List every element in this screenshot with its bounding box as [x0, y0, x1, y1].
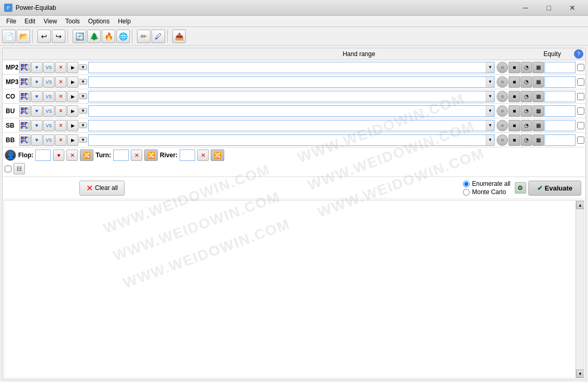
toolbar-tree[interactable]: 🌲: [87, 30, 101, 43]
help-button[interactable]: ?: [574, 49, 583, 59]
range-dropdown-sb[interactable]: ▼: [486, 120, 494, 131]
eq-bar-bb[interactable]: ▦: [532, 134, 544, 146]
settings-btn[interactable]: ⚙: [515, 182, 526, 194]
eq-circle-sb[interactable]: ○: [497, 120, 508, 131]
eq-circle-mp2[interactable]: ○: [497, 62, 508, 73]
filter-checkbox[interactable]: [5, 166, 11, 172]
arrow-btn-sb[interactable]: ▶: [67, 120, 78, 131]
eq-circle-bu[interactable]: ○: [497, 105, 508, 117]
eq-bar-sb[interactable]: ▦: [532, 120, 544, 131]
vs-btn-mp3[interactable]: VS: [43, 76, 54, 88]
toolbar-undo[interactable]: ↩: [37, 30, 51, 43]
flop-card-1[interactable]: [35, 149, 51, 161]
dropdown-mp3[interactable]: ▼: [79, 79, 87, 85]
suit-btn-bu[interactable]: ♥: [31, 105, 43, 117]
river-icon-btn[interactable]: 🔀: [211, 149, 224, 161]
dropdown-mp2[interactable]: ▼: [79, 64, 87, 70]
equity-value-bu[interactable]: [544, 105, 576, 117]
arrow-btn-co[interactable]: ▶: [67, 91, 78, 102]
toolbar-export[interactable]: 📤: [172, 30, 186, 43]
toolbar-redo[interactable]: ↪: [52, 30, 65, 43]
eq-circle-mp3[interactable]: ○: [497, 76, 508, 88]
turn-icon-btn[interactable]: 🔀: [144, 149, 158, 161]
filter-btn[interactable]: ⊟: [13, 163, 25, 174]
range-input-bb[interactable]: [89, 137, 486, 143]
scroll-up-arrow[interactable]: ▲: [576, 201, 584, 209]
clear-btn-sb[interactable]: ✕: [55, 120, 66, 131]
vs-btn-bb[interactable]: VS: [43, 134, 54, 146]
flop-heart-btn[interactable]: ♥: [53, 149, 64, 161]
range-grid-sb[interactable]: [19, 120, 31, 131]
range-input-co[interactable]: [89, 93, 486, 100]
clear-btn-mp2[interactable]: ✕: [55, 62, 66, 73]
minimize-button[interactable]: ─: [514, 0, 537, 16]
dropdown-bu[interactable]: ▼: [79, 108, 87, 114]
maximize-button[interactable]: □: [537, 0, 560, 16]
close-button[interactable]: ✕: [560, 0, 584, 16]
clear-btn-bb[interactable]: ✕: [55, 134, 66, 146]
menu-view[interactable]: View: [39, 17, 61, 26]
arrow-btn-mp2[interactable]: ▶: [67, 62, 78, 73]
dropdown-sb[interactable]: ▼: [79, 122, 87, 128]
vs-btn-bu[interactable]: VS: [43, 105, 54, 117]
toolbar-pencil[interactable]: ✏: [137, 30, 151, 43]
eq-circle-bb[interactable]: ○: [497, 134, 508, 146]
range-dropdown-mp3[interactable]: ▼: [486, 77, 494, 87]
eq-pie-bu[interactable]: ◔: [521, 105, 532, 117]
monte-carlo-option[interactable]: Monte Carlo: [463, 188, 510, 196]
turn-clear-btn[interactable]: ✕: [131, 149, 142, 161]
eq-pie-sb[interactable]: ◔: [521, 120, 532, 131]
clear-btn-bu[interactable]: ✕: [55, 105, 66, 117]
range-dropdown-bb[interactable]: ▼: [486, 135, 494, 145]
turn-card[interactable]: [113, 149, 129, 161]
flop-clear-btn[interactable]: ✕: [66, 149, 78, 161]
range-dropdown-mp2[interactable]: ▼: [486, 62, 494, 73]
hero-icon[interactable]: 👤: [5, 149, 16, 161]
arrow-btn-mp3[interactable]: ▶: [67, 76, 78, 88]
eq-pie-mp2[interactable]: ◔: [521, 62, 532, 73]
menu-edit[interactable]: Edit: [20, 17, 39, 26]
scroll-down-arrow[interactable]: ▼: [576, 370, 584, 378]
toolbar-new[interactable]: 📄: [2, 30, 16, 43]
range-grid-bu[interactable]: [19, 105, 31, 117]
equity-value-mp2[interactable]: [544, 62, 576, 73]
equity-value-bb[interactable]: [544, 134, 576, 146]
range-input-bu[interactable]: [89, 108, 486, 114]
menu-help[interactable]: Help: [114, 17, 135, 26]
eq-square-co[interactable]: ■: [509, 91, 520, 102]
range-input-sb[interactable]: [89, 122, 486, 129]
river-card[interactable]: [180, 149, 195, 161]
range-dropdown-bu[interactable]: ▼: [486, 106, 494, 116]
range-input-mp2[interactable]: [89, 64, 486, 71]
river-clear-btn[interactable]: ✕: [197, 149, 209, 161]
equity-check-bu[interactable]: [577, 107, 584, 115]
eq-square-mp2[interactable]: ■: [509, 62, 520, 73]
eq-bar-mp2[interactable]: ▦: [532, 62, 544, 73]
range-input-mp3[interactable]: [89, 79, 486, 85]
evaluate-button[interactable]: ✔ Evaluate: [528, 181, 581, 196]
dropdown-co[interactable]: ▼: [79, 93, 87, 99]
suit-btn-bb[interactable]: ♥: [31, 134, 43, 146]
eq-pie-bb[interactable]: ◔: [521, 134, 532, 146]
eq-square-bb[interactable]: ■: [509, 134, 520, 146]
enumerate-all-option[interactable]: Enumerate all: [463, 180, 510, 187]
enumerate-all-radio[interactable]: [463, 181, 470, 187]
dropdown-bb[interactable]: ▼: [79, 137, 87, 143]
toolbar-refresh[interactable]: 🔄: [73, 30, 86, 43]
suit-btn-mp2[interactable]: ♥: [31, 62, 43, 73]
vs-btn-sb[interactable]: VS: [43, 120, 54, 131]
eq-square-bu[interactable]: ■: [509, 105, 520, 117]
arrow-btn-bb[interactable]: ▶: [67, 134, 78, 146]
arrow-btn-bu[interactable]: ▶: [67, 105, 78, 117]
equity-value-mp3[interactable]: [544, 76, 576, 88]
eq-square-sb[interactable]: ■: [509, 120, 520, 131]
eq-square-mp3[interactable]: ■: [509, 76, 520, 88]
vs-btn-mp2[interactable]: VS: [43, 62, 54, 73]
range-grid-mp3[interactable]: [19, 76, 31, 88]
menu-options[interactable]: Options: [84, 17, 114, 26]
equity-value-sb[interactable]: [544, 120, 576, 131]
range-grid-mp2[interactable]: [19, 62, 31, 73]
equity-check-co[interactable]: [577, 93, 584, 100]
equity-check-mp3[interactable]: [577, 78, 584, 86]
toolbar-pen[interactable]: 🖊: [152, 30, 165, 43]
